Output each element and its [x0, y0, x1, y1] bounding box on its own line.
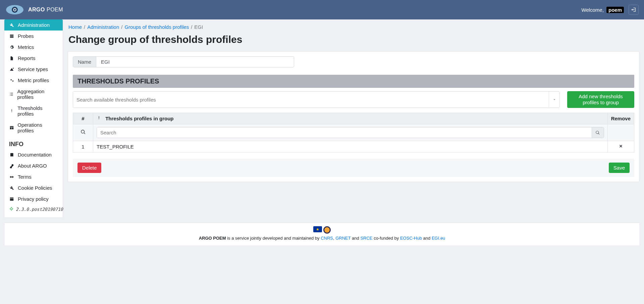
welcome-text: Welcome, poem — [581, 7, 624, 13]
sidebar-item-operations-profiles[interactable]: Operations profiles — [4, 119, 63, 136]
sidebar-item-label: Operations profiles — [17, 122, 58, 133]
book-icon — [9, 153, 14, 157]
file-icon — [9, 56, 14, 61]
sidebar-item-label: Terms — [18, 174, 32, 180]
footer: ★ ARGO POEM is a service jointly develop… — [5, 223, 639, 245]
wrench-icon — [9, 186, 14, 190]
sidebar-item-label: Metric profiles — [18, 77, 49, 83]
combo-dropdown-button[interactable] — [549, 92, 559, 108]
sidebar-item-label: Aggregation profiles — [17, 88, 58, 100]
sidebar-item-label: Metrics — [18, 44, 34, 50]
add-profiles-button[interactable]: Add new thresholds profiles to group — [567, 91, 634, 108]
breadcrumb: Home/Administration/Groups of thresholds… — [68, 24, 639, 30]
logout-icon — [631, 7, 636, 12]
sidebar-item-label: Reports — [18, 55, 36, 61]
search-icon — [80, 130, 86, 136]
table-search-input[interactable] — [97, 127, 592, 138]
eu-flag-icon: ★ — [313, 226, 322, 232]
table-search-button[interactable] — [592, 127, 604, 138]
row-num: 1 — [73, 141, 93, 153]
footer-link-srce[interactable]: SRCE — [360, 236, 372, 241]
action-bar: Delete Save — [73, 159, 634, 177]
window-icon — [9, 197, 14, 201]
breadcrumb-separator: / — [84, 24, 85, 30]
footer-link-egi[interactable]: EGI.eu — [432, 236, 445, 241]
footer-link-eosc[interactable]: EOSC-Hub — [400, 236, 422, 241]
search-row-remove-cell — [607, 124, 634, 141]
form-card: Name EGI THRESHOLDS PROFILES Add new thr… — [68, 51, 639, 182]
sidebar-item-label: Documentation — [18, 152, 52, 158]
sidebar-info-terms[interactable]: Terms — [4, 171, 63, 182]
sidebar-info-cookie-policies[interactable]: Cookie Policies — [4, 182, 63, 193]
footer-brand: ARGO POEM — [199, 236, 226, 241]
exclaim-icon — [9, 109, 14, 113]
footer-link-cnrs[interactable]: CNRS — [321, 236, 333, 241]
logout-button[interactable] — [629, 5, 639, 15]
eye-icon — [5, 4, 24, 15]
hands-icon — [9, 175, 14, 179]
version-text: 2.3.0.post20190710 — [16, 207, 63, 212]
sidebar-item-thresholds-profiles[interactable]: Thresholds profiles — [4, 103, 63, 119]
page-title: Change group of thresholds profiles — [68, 34, 639, 45]
sidebar-item-label: About ARGO — [18, 163, 47, 169]
sidebar-item-label: Administration — [18, 22, 50, 28]
brand-logo: ARGO POEM — [5, 4, 63, 15]
version-row: 2.3.0.post20190710 — [4, 204, 63, 214]
footer-link-grnet[interactable]: GRNET — [335, 236, 351, 241]
username-chip: poem — [606, 7, 624, 13]
search-icon — [595, 130, 600, 135]
list-icon — [9, 92, 14, 97]
brand-text: ARGO POEM — [28, 7, 63, 13]
sidebar-info-privacy-policy[interactable]: Privacy policy — [4, 193, 63, 204]
cog-icon — [9, 45, 14, 50]
wrench-icon — [9, 23, 14, 27]
server-icon — [9, 34, 14, 39]
close-icon — [619, 144, 623, 148]
sidebar-info-documentation[interactable]: Documentation — [4, 149, 63, 160]
sidebar-item-reports[interactable]: Reports — [4, 53, 63, 64]
row-name: TEST_PROFILE — [93, 141, 608, 153]
breadcrumb-item[interactable]: Administration — [87, 24, 119, 30]
exclaim-icon — [97, 116, 103, 121]
col-header-name: Thresholds profiles in group — [93, 113, 608, 124]
crosshair-icon — [9, 206, 14, 212]
search-row-input-cell — [93, 124, 608, 141]
breadcrumb-item[interactable]: Home — [68, 24, 82, 30]
delete-button[interactable]: Delete — [77, 163, 101, 173]
sidebar-item-aggregation-profiles[interactable]: Aggregation profiles — [4, 86, 63, 103]
breadcrumb-item[interactable]: Groups of thresholds profiles — [124, 24, 189, 30]
available-profiles-combo[interactable] — [73, 91, 560, 108]
table-row: 1 TEST_PROFILE — [73, 141, 634, 153]
sidebar-item-label: Privacy policy — [18, 196, 49, 202]
name-label: Name — [73, 57, 96, 67]
table-icon — [9, 125, 14, 130]
breadcrumb-item: EGI — [194, 24, 203, 30]
sidebar-info-about-argo[interactable]: About ARGO — [4, 160, 63, 171]
sidebar-info-header: INFO — [4, 136, 63, 149]
sidebar-item-metric-profiles[interactable]: Metric profiles — [4, 75, 63, 86]
main-content: Home/Administration/Groups of thresholds… — [63, 19, 644, 182]
chevron-down-icon — [552, 97, 557, 102]
breadcrumb-separator: / — [121, 24, 122, 30]
section-header: THRESHOLDS PROFILES — [73, 75, 634, 88]
footer-text: is a service jointly developed and maint… — [226, 236, 321, 241]
name-field-group: Name EGI — [73, 56, 294, 67]
sidebar-item-label: Probes — [18, 33, 34, 39]
sidebar-item-label: Service types — [18, 66, 48, 72]
sidebar-item-metrics[interactable]: Metrics — [4, 42, 63, 53]
breadcrumb-separator: / — [191, 24, 192, 30]
remove-button[interactable] — [611, 144, 631, 149]
name-value: EGI — [96, 57, 294, 67]
sidebar-item-probes[interactable]: Probes — [4, 31, 63, 42]
save-button[interactable]: Save — [609, 163, 630, 173]
sidebar: Administration Probes Metrics Reports Se… — [4, 19, 63, 218]
search-row-icon-cell — [73, 124, 93, 141]
sidebar-item-administration[interactable]: Administration — [4, 19, 63, 31]
sidebar-item-label: Thresholds profiles — [17, 105, 58, 117]
available-profiles-input[interactable] — [73, 92, 549, 108]
sign-icon — [9, 67, 14, 72]
col-header-remove: Remove — [607, 113, 634, 124]
sidebar-item-service-types[interactable]: Service types — [4, 64, 63, 75]
svg-point-3 — [14, 9, 16, 11]
row-remove-cell — [607, 141, 634, 153]
